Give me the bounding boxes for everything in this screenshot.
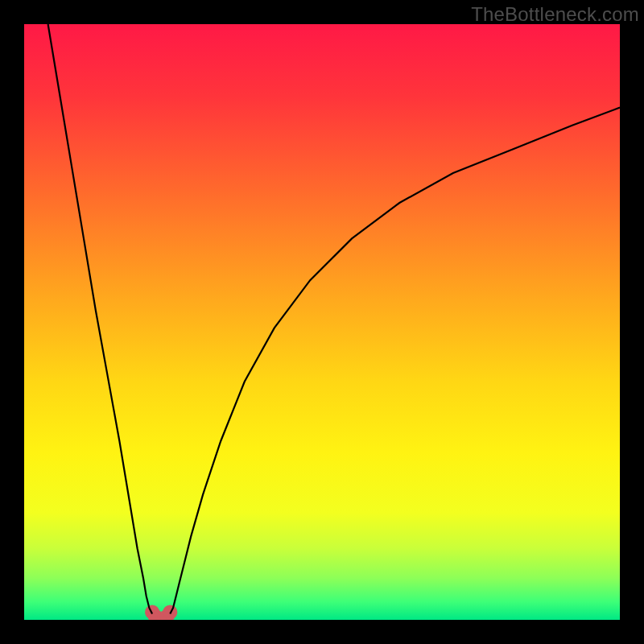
chart-frame bbox=[24, 24, 620, 620]
watermark-text: TheBottleneck.com bbox=[471, 3, 639, 26]
gradient-background bbox=[24, 24, 620, 620]
chart-svg bbox=[24, 24, 620, 620]
